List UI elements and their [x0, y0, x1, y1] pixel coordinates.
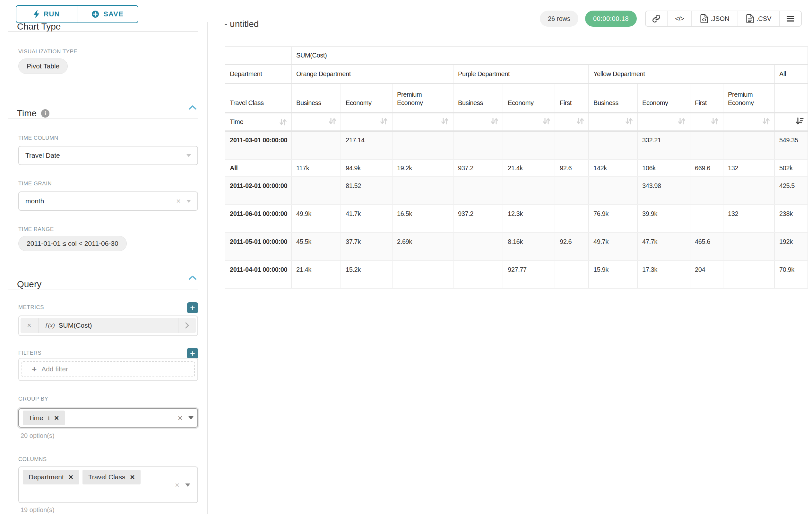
more-options-button[interactable] — [779, 11, 801, 26]
column-sort-cell[interactable] — [291, 113, 341, 131]
export-json-button[interactable]: .JSON — [691, 11, 737, 26]
value-cell: 425.5 — [775, 177, 808, 205]
columns-select[interactable]: Department ✕ Travel Class ✕ × — [18, 466, 198, 503]
sort-desc-active-icon — [795, 116, 804, 126]
value-cell: 332.21 — [637, 131, 690, 159]
sort-toggle-icon — [278, 117, 288, 127]
value-cell: 12.3k — [503, 205, 555, 233]
sort-toggle-icon — [624, 116, 634, 126]
save-button[interactable]: SAVE — [77, 6, 138, 23]
value-cell — [690, 131, 723, 159]
column-sort-cell[interactable] — [589, 113, 637, 131]
column-sort-cell[interactable] — [555, 113, 589, 131]
add-filter-button[interactable]: + Add filter — [22, 361, 195, 377]
value-cell — [555, 205, 589, 233]
value-cell: 15.9k — [589, 261, 637, 289]
column-sort-cell[interactable] — [503, 113, 555, 131]
chart-title[interactable]: - untitled — [224, 19, 259, 29]
query-collapse-chevron-icon[interactable] — [188, 275, 197, 280]
column-leaf-header: Business — [589, 83, 637, 113]
sort-toggle-icon — [328, 116, 337, 126]
column-sort-cell[interactable] — [723, 113, 775, 131]
column-group-header: Purple Department — [453, 64, 589, 83]
value-cell — [291, 131, 341, 159]
value-cell — [589, 131, 637, 159]
metric-pill[interactable]: × ƒ(x) SUM(Cost) — [21, 318, 196, 333]
query-timer-badge: 00:00:00.18 — [585, 10, 637, 27]
visualization-type-label: VISUALIZATION TYPE — [18, 49, 77, 55]
value-cell — [555, 131, 589, 159]
columns-tag-travel-class[interactable]: Travel Class ✕ — [83, 470, 141, 484]
value-cell — [555, 177, 589, 205]
row-label-cell: 2011-06-01 00:00:00 — [225, 205, 291, 233]
columns-tag-department[interactable]: Department ✕ — [23, 470, 79, 484]
add-metric-button[interactable]: + — [187, 302, 198, 313]
value-cell — [392, 261, 453, 289]
group-by-select[interactable]: Time i ✕ × — [18, 408, 198, 428]
column-sort-cell[interactable] — [690, 113, 723, 131]
time-column-select[interactable]: Travel Date — [18, 146, 198, 165]
column-sort-cell[interactable] — [775, 113, 808, 131]
time-range-pill[interactable]: 2011-01-01 ≤ col < 2011-06-30 — [18, 236, 127, 251]
pivot-table: SUM(Cost)DepartmentOrange DepartmentPurp… — [225, 46, 808, 289]
remove-metric-icon[interactable]: × — [21, 318, 38, 333]
chevron-down-icon — [188, 416, 194, 420]
value-cell: 8.16k — [503, 233, 555, 261]
value-cell: 76.9k — [589, 205, 637, 233]
metrics-label: METRICS — [18, 304, 44, 310]
value-cell: 49.7k — [589, 233, 637, 261]
sort-toggle-icon — [379, 116, 389, 126]
value-cell — [503, 177, 555, 205]
col-dimension-label: Department — [225, 64, 291, 83]
expand-metric-icon[interactable] — [178, 318, 196, 333]
remove-tag-icon[interactable]: ✕ — [68, 474, 74, 481]
value-cell: 39.9k — [637, 205, 690, 233]
export-csv-label: .CSV — [756, 15, 772, 23]
metric-value: SUM(Cost) — [59, 322, 92, 329]
add-filter-plus-button[interactable]: + — [187, 348, 198, 359]
value-cell: 94.9k — [341, 159, 392, 177]
copy-link-button[interactable] — [646, 11, 667, 26]
value-cell: 117k — [291, 159, 341, 177]
run-button[interactable]: RUN — [17, 6, 77, 23]
time-collapse-chevron-icon[interactable] — [188, 105, 197, 110]
clear-icon[interactable]: × — [175, 481, 179, 489]
remove-tag-icon[interactable]: ✕ — [130, 474, 135, 481]
clear-icon[interactable]: × — [176, 197, 181, 205]
column-leaf-header: Business — [291, 83, 341, 113]
column-sort-cell[interactable] — [392, 113, 453, 131]
export-json-label: .JSON — [710, 15, 729, 23]
table-row: All117k94.9k19.2k937.221.4k92.6142k106k6… — [225, 159, 808, 177]
column-leaf-header: Economy — [637, 83, 690, 113]
column-sort-cell[interactable] — [341, 113, 392, 131]
fx-icon: ƒ(x) — [45, 322, 55, 329]
value-cell: 549.35 — [775, 131, 808, 159]
row-label-cell: 2011-04-01 00:00:00 — [225, 261, 291, 289]
info-icon[interactable]: i — [48, 414, 50, 422]
time-grain-select[interactable]: month × — [18, 191, 198, 211]
value-cell: 81.52 — [341, 177, 392, 205]
panel-toolbar: RUN SAVE — [0, 0, 208, 22]
clear-icon[interactable]: × — [178, 414, 183, 422]
info-icon[interactable]: i — [41, 109, 50, 117]
value-cell — [453, 233, 503, 261]
column-group-header: Yellow Department — [589, 64, 775, 83]
metric-header-cell: SUM(Cost) — [291, 47, 808, 64]
remove-tag-icon[interactable]: ✕ — [54, 414, 59, 422]
export-csv-button[interactable]: .CSV — [737, 11, 779, 26]
value-cell: 70.9k — [775, 261, 808, 289]
control-panel: Chart Type RUN SAVE VISUALIZATION TYPE P… — [0, 0, 208, 514]
row-dimension-sort-cell[interactable]: Time — [225, 113, 291, 131]
metrics-field: × ƒ(x) SUM(Cost) — [18, 316, 198, 336]
column-sort-cell[interactable] — [453, 113, 503, 131]
value-cell: 937.2 — [453, 159, 503, 177]
group-by-tag-time[interactable]: Time i ✕ — [23, 410, 65, 425]
embed-code-button[interactable]: </> — [667, 11, 691, 26]
value-cell: 45.5k — [291, 233, 341, 261]
column-leaf-header: Premium Economy — [392, 83, 453, 113]
code-icon: </> — [675, 15, 684, 23]
link-icon — [652, 15, 661, 23]
visualization-type-pill[interactable]: Pivot Table — [18, 58, 68, 74]
column-sort-cell[interactable] — [637, 113, 690, 131]
table-row: 2011-06-01 00:00:0049.9k41.7k16.5k937.21… — [225, 205, 808, 233]
